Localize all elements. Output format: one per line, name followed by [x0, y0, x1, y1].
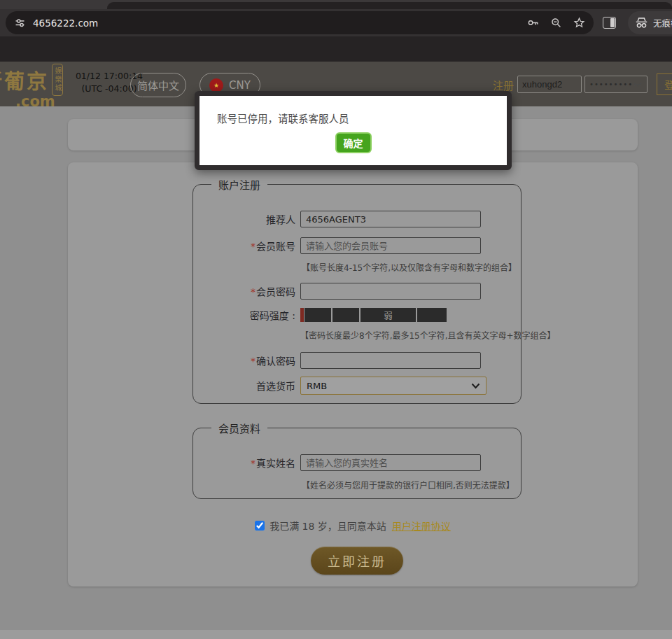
password-strength-bar: 弱	[300, 308, 447, 322]
browser-active-tab[interactable]	[107, 2, 672, 9]
address-bar[interactable]: 4656222.com	[6, 11, 594, 34]
site-logo[interactable]: 新葡京 娱樂城 .com	[0, 64, 63, 110]
strength-red-marker	[300, 308, 304, 322]
password-hint: 【密码长度最少8个字符,最多15个字符,且含有英文字母+数字组合】	[300, 329, 556, 341]
site-settings-icon[interactable]	[14, 17, 26, 29]
account-hint: 【账号长度4-15个字符,以及仅限含有字母和数字的组合】	[302, 261, 517, 273]
header-password-input[interactable]: •••••••••	[584, 76, 648, 93]
alert-message: 账号已停用，请联系客服人员	[217, 111, 349, 125]
incognito-badge[interactable]: 无痕模式	[628, 11, 672, 34]
account-section-legend: 账户注册	[211, 177, 267, 192]
browser-toolbar: 4656222.com 无痕模式	[0, 9, 672, 36]
realname-label: *真实姓名	[193, 456, 295, 470]
screen: 4656222.com 无痕模式	[0, 0, 672, 639]
logo-name: 新葡京	[0, 65, 49, 94]
language-button[interactable]: 简体中文	[130, 73, 186, 97]
member-password-input[interactable]	[300, 283, 481, 300]
terms-link[interactable]: 用户注册协议	[392, 519, 451, 533]
currency-label: 首选货币	[193, 379, 295, 393]
incognito-icon	[635, 17, 648, 29]
agreement-row: 我已满 18 岁，且同意本站 用户注册协议	[68, 519, 638, 533]
login-button[interactable]: 登入	[657, 73, 672, 95]
referrer-label: 推荐人	[193, 212, 295, 226]
account-register-section: 账户注册 推荐人 *会员账号 【账号长度4-15个字符,以及仅限含有字母和数字的…	[192, 177, 522, 404]
register-link[interactable]: 注册	[493, 78, 514, 92]
password-label: *会员密码	[193, 284, 295, 298]
strength-label: 密码强度 :	[193, 308, 295, 322]
strength-level: 弱	[360, 308, 416, 322]
realname-input[interactable]	[300, 454, 481, 471]
bookmark-star-icon[interactable]	[573, 17, 585, 29]
account-label: *会员账号	[193, 239, 295, 253]
alert-ok-button[interactable]: 确定	[335, 132, 372, 153]
alert-dialog: 账号已停用，请联系客服人员 确定	[195, 91, 512, 170]
registration-card: 账户注册 推荐人 *会员账号 【账号长度4-15个字符,以及仅限含有字母和数字的…	[68, 162, 638, 587]
url-text[interactable]: 4656222.com	[33, 17, 516, 29]
chevron-down-icon	[471, 383, 480, 389]
age-agree-checkbox[interactable]	[255, 521, 265, 531]
logo-seal: 娱樂城	[52, 64, 63, 96]
profile-section-legend: 会员资料	[211, 421, 267, 435]
submit-register-button[interactable]: 立即注册	[311, 547, 403, 575]
realname-hint: 【姓名必须与您用于提款的银行户口相同,否则无法提款】	[302, 479, 514, 491]
password-key-icon[interactable]	[527, 17, 539, 29]
header-username-input[interactable]	[517, 76, 582, 93]
incognito-label: 无痕模式	[653, 16, 672, 29]
china-flag-icon: ★	[209, 78, 223, 92]
member-profile-section: 会员资料 *真实姓名 【姓名必须与您用于提款的银行户口相同,否则无法提款】	[192, 421, 522, 499]
zoom-icon[interactable]	[550, 17, 562, 29]
top-dark-band	[0, 36, 672, 62]
agreement-text: 我已满 18 岁，且同意本站	[270, 519, 386, 533]
side-panel-icon[interactable]	[603, 17, 616, 29]
referrer-input[interactable]	[300, 211, 481, 227]
confirm-label: *确认密码	[193, 353, 295, 367]
eye-closed-icon[interactable]	[633, 80, 643, 89]
footer-strip	[0, 630, 672, 639]
member-account-input[interactable]	[300, 237, 481, 254]
currency-select[interactable]: RMB	[300, 377, 486, 395]
confirm-password-input[interactable]	[300, 352, 481, 369]
browser-tab-strip	[0, 0, 672, 9]
